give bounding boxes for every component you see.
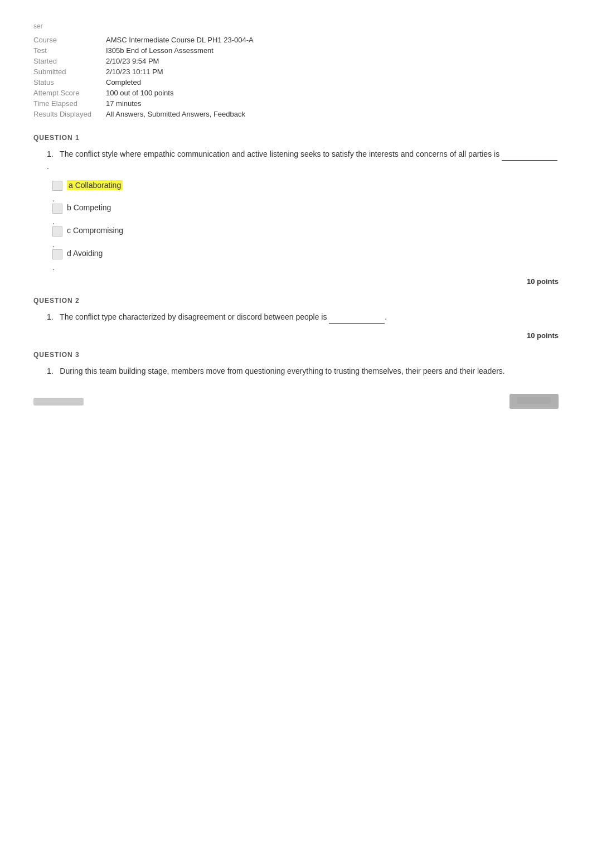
info-value: Completed xyxy=(106,78,141,86)
choice-dot: . xyxy=(52,263,55,272)
choice-dot: . xyxy=(52,217,55,226)
question-heading: QUESTION 1 xyxy=(33,134,559,142)
question-body: 1. The conflict style where empathic com… xyxy=(47,148,559,272)
question-heading: QUESTION 3 xyxy=(33,351,559,359)
answer-choice[interactable]: d Avoiding xyxy=(52,249,559,259)
info-label: Attempt Score xyxy=(33,89,106,97)
question-text: 1. The conflict type characterized by di… xyxy=(47,311,559,324)
info-label: Results Displayed xyxy=(33,110,106,118)
question-body: 1. During this team building stage, memb… xyxy=(47,365,559,377)
info-row: Test I305b End of Lesson Assessment xyxy=(33,46,559,55)
info-row: Results Displayed All Answers, Submitted… xyxy=(33,110,559,118)
info-label: Course xyxy=(33,36,106,44)
info-row: Status Completed xyxy=(33,78,559,86)
answer-choice[interactable]: a Collaborating xyxy=(52,180,559,191)
question-section-3: QUESTION 3 1. During this team building … xyxy=(33,351,559,377)
info-value: AMSC Intermediate Course DL PH1 23-004-A xyxy=(106,36,254,44)
radio-box xyxy=(52,226,62,237)
choice-label: d Avoiding xyxy=(67,249,103,258)
info-value: All Answers, Submitted Answers, Feedback xyxy=(106,110,245,118)
info-value: 100 out of 100 points xyxy=(106,89,173,97)
question-body: 1. The conflict type characterized by di… xyxy=(47,311,559,324)
answer-choice[interactable]: b Competing xyxy=(52,203,559,214)
bottom-nav xyxy=(33,394,559,409)
answer-choice[interactable]: c Compromising xyxy=(52,226,559,237)
info-table: Course AMSC Intermediate Course DL PH1 2… xyxy=(33,36,559,118)
page-container: ser Course AMSC Intermediate Course DL P… xyxy=(33,22,559,409)
info-row: Time Elapsed 17 minutes xyxy=(33,99,559,108)
blurred-nav-left xyxy=(33,398,84,406)
info-label: Started xyxy=(33,57,106,65)
info-label: Status xyxy=(33,78,106,86)
info-label: Test xyxy=(33,46,106,55)
questions-container: QUESTION 1 1. The conflict style where e… xyxy=(33,134,559,377)
points-row: 10 points xyxy=(33,277,559,286)
info-label: Submitted xyxy=(33,67,106,76)
info-value: 2/10/23 10:11 PM xyxy=(106,67,163,76)
question-text: 1. During this team building stage, memb… xyxy=(47,365,559,377)
radio-box xyxy=(52,204,62,214)
blank xyxy=(329,311,385,324)
points-row: 10 points xyxy=(33,331,559,340)
question-section-2: QUESTION 2 1. The conflict type characte… xyxy=(33,297,559,340)
choice-label: a Collaborating xyxy=(67,180,123,190)
info-value: I305b End of Lesson Assessment xyxy=(106,46,213,55)
choice-dot: . xyxy=(52,240,55,249)
next-button[interactable] xyxy=(509,394,559,409)
info-label: Time Elapsed xyxy=(33,99,106,108)
info-row: Started 2/10/23 9:54 PM xyxy=(33,57,559,65)
ser-label: ser xyxy=(33,22,559,30)
info-value: 17 minutes xyxy=(106,99,142,108)
answer-choices: a Collaborating . b Competing . c Compro… xyxy=(52,180,559,272)
radio-box xyxy=(52,249,62,259)
choice-dot: . xyxy=(52,194,55,203)
info-value: 2/10/23 9:54 PM xyxy=(106,57,159,65)
nav-left xyxy=(33,398,84,406)
radio-box xyxy=(52,181,62,191)
choice-label: c Compromising xyxy=(67,226,123,235)
info-row: Submitted 2/10/23 10:11 PM xyxy=(33,67,559,76)
blank xyxy=(502,148,557,161)
info-row: Attempt Score 100 out of 100 points xyxy=(33,89,559,97)
question-section-1: QUESTION 1 1. The conflict style where e… xyxy=(33,134,559,286)
choice-label: b Competing xyxy=(67,203,111,212)
question-heading: QUESTION 2 xyxy=(33,297,559,305)
info-row: Course AMSC Intermediate Course DL PH1 2… xyxy=(33,36,559,44)
next-button-label xyxy=(517,397,551,404)
question-text: 1. The conflict style where empathic com… xyxy=(47,148,559,172)
